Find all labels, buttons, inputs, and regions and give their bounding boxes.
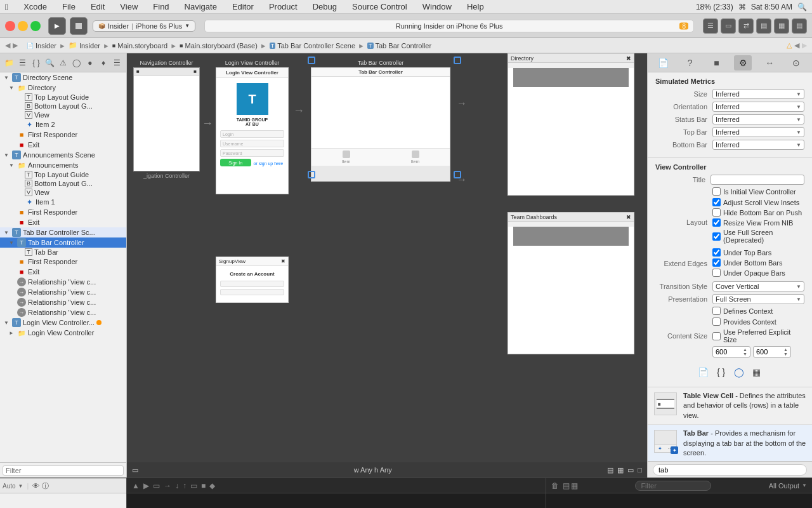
menu-edit[interactable]: Edit xyxy=(88,2,107,11)
nav-login-vc[interactable]: ► 📁 Login View Controller xyxy=(0,328,126,338)
nav-tabbar[interactable]: ► T Tab Bar xyxy=(0,248,126,257)
canvas[interactable]: Navigation Controller ■■ ⎯igation Contro… xyxy=(127,53,647,478)
breadcrumb-tbc-scene[interactable]: T Tab Bar Controller Scene xyxy=(270,42,355,50)
nav-announcements[interactable]: ▼ 📁 Announcements xyxy=(0,160,126,170)
clock-icon-btn[interactable]: ◯ xyxy=(732,365,746,379)
nav-relationship-2[interactable]: ► → Relationship "view c... xyxy=(0,287,126,297)
resize-view-checkbox[interactable] xyxy=(712,218,721,227)
menu-view[interactable]: View xyxy=(117,2,140,11)
nav-exit-2[interactable]: ► ■ Exit xyxy=(0,217,126,227)
debug-step-into-icon[interactable]: ↓ xyxy=(175,481,179,490)
version-editor[interactable]: ⇄ xyxy=(738,18,754,34)
debug-step-icon[interactable]: ▭ xyxy=(153,481,160,490)
debug-step-out-icon[interactable]: ↑ xyxy=(183,481,187,490)
canvas-grid-icon[interactable]: ▤ xyxy=(607,466,613,474)
breadcrumb-nav-forward[interactable]: ▶ xyxy=(802,41,807,50)
breadcrumb-nav-back[interactable]: ◀ xyxy=(794,41,799,50)
is-initial-checkbox[interactable] xyxy=(712,187,721,196)
view-icon-2[interactable]: ▦ xyxy=(571,481,578,490)
breadcrumb-storyboard-base[interactable]: ■ Main.storyboard (Base) xyxy=(180,42,258,50)
nav-tab-report[interactable]: ☰ xyxy=(110,56,124,70)
nav-top-layout-1[interactable]: ► T Top Layout Guide xyxy=(0,93,126,102)
file-icon-btn[interactable]: 📄 xyxy=(697,365,710,379)
nav-top-layout-2[interactable]: ► T Top Layout Guide xyxy=(0,170,126,179)
menu-xcode[interactable]: Xcode xyxy=(21,2,49,11)
orientation-select[interactable]: Inferred ▼ xyxy=(712,102,804,112)
nav-directory[interactable]: ▼ 📁 Directory xyxy=(0,83,126,93)
under-bottom-checkbox[interactable] xyxy=(712,258,721,267)
warning-badge[interactable]: 8 xyxy=(679,22,688,29)
connections-inspector-tab[interactable]: ⊙ xyxy=(787,55,805,70)
breadcrumb-storyboard[interactable]: ■ Main.storyboard xyxy=(112,42,167,50)
under-top-checkbox[interactable] xyxy=(712,248,721,257)
nav-tab-folder[interactable]: 📁 xyxy=(3,56,16,70)
canvas-fit-icon[interactable]: ▭ xyxy=(627,466,634,474)
nav-forward[interactable]: ▶ xyxy=(13,41,18,50)
provides-context-checkbox[interactable] xyxy=(712,318,721,326)
nav-view-1[interactable]: ► V View xyxy=(0,110,126,119)
assistant-editor[interactable]: ▤ xyxy=(756,18,771,34)
nav-bottom-layout-2[interactable]: ► B Bottom Layout G... xyxy=(0,179,126,188)
height-stepper[interactable]: ▲▼ xyxy=(783,347,788,356)
nav-relationship-1[interactable]: ► → Relationship "view c... xyxy=(0,277,126,287)
breadcrumb-insider[interactable]: 📄 Insider xyxy=(27,42,56,50)
nav-section-directory-scene[interactable]: ▼ T Directory Scene xyxy=(0,72,126,83)
eye-icon[interactable]: 👁 xyxy=(32,482,39,490)
navigator-toggle[interactable]: ☰ xyxy=(703,18,718,34)
menu-debug[interactable]: Debug xyxy=(310,2,339,11)
size-select[interactable]: Inferred ▼ xyxy=(712,89,804,99)
nav-item1[interactable]: ► ✦ Item 1 xyxy=(0,197,126,207)
maximize-button[interactable] xyxy=(30,21,41,31)
frame-icon[interactable]: ▭ xyxy=(132,466,138,474)
auto-arrow[interactable]: ▼ xyxy=(18,483,23,489)
nav-tab-symbol[interactable]: { } xyxy=(29,56,43,70)
hide-bottom-checkbox[interactable] xyxy=(712,208,721,217)
nav-exit-1[interactable]: ► ■ Exit xyxy=(0,140,126,150)
debug-layout-icon[interactable]: ■ xyxy=(201,481,206,490)
nav-section-announcements[interactable]: ▼ T Announcements Scene xyxy=(0,150,126,160)
nav-tbc[interactable]: ▼ T Tab Bar Controller xyxy=(0,237,126,248)
play-button[interactable]: ▶ xyxy=(48,17,66,35)
nav-back[interactable]: ◀ xyxy=(5,41,10,50)
menu-source-control[interactable]: Source Control xyxy=(350,2,410,11)
stop-button[interactable] xyxy=(70,17,88,35)
menu-window[interactable]: Window xyxy=(420,2,454,11)
inspectors-toggle[interactable]: ▤ xyxy=(792,18,807,34)
nav-relationship-3[interactable]: ► → Relationship "view c... xyxy=(0,297,126,307)
search-icon[interactable]: 🔍 xyxy=(797,3,807,11)
adjust-scroll-checkbox[interactable] xyxy=(712,198,721,206)
width-stepper[interactable]: ▲▼ xyxy=(743,347,747,356)
scheme-selector[interactable]: 📦 Insider | iPhone 6s Plus ▼ xyxy=(93,20,195,32)
breadcrumb-insider-2[interactable]: 📁 Insider xyxy=(69,41,100,50)
output-filter-input[interactable] xyxy=(635,481,711,491)
nav-tab-issue[interactable]: ⚠ xyxy=(56,56,70,70)
quick-help-tab[interactable]: ? xyxy=(681,55,699,70)
close-button[interactable] xyxy=(5,21,15,31)
debug-toggle[interactable]: ▦ xyxy=(774,18,789,34)
menu-product[interactable]: Product xyxy=(266,2,300,11)
debug-frame-icon[interactable]: ▭ xyxy=(190,481,197,490)
sign-in-btn[interactable]: Sign In xyxy=(220,159,251,166)
content-size-checkbox[interactable] xyxy=(712,332,721,340)
nav-first-responder-1[interactable]: ► ■ First Responder xyxy=(0,130,126,140)
standard-editor[interactable]: ▭ xyxy=(721,18,736,34)
presentation-select[interactable]: Full Screen ▼ xyxy=(712,294,804,304)
info-icon[interactable]: ⓘ xyxy=(42,481,49,491)
minimize-button[interactable] xyxy=(18,21,28,31)
debug-step-over-icon[interactable]: → xyxy=(164,481,171,490)
under-opaque-checkbox[interactable] xyxy=(712,269,721,277)
attributes-inspector-tab[interactable]: ⚙ xyxy=(734,55,752,70)
nav-view-2[interactable]: ► V View xyxy=(0,188,126,197)
menu-file[interactable]: File xyxy=(60,2,78,11)
status-bar-select[interactable]: Inferred ▼ xyxy=(712,114,804,124)
breadcrumb-tbc[interactable]: T Tab Bar Controller xyxy=(367,42,431,50)
trash-icon[interactable]: 🗑 xyxy=(551,481,559,490)
title-input[interactable] xyxy=(710,175,804,185)
top-bar-select[interactable]: Inferred ▼ xyxy=(712,127,804,137)
nav-tab-find[interactable]: 🔍 xyxy=(43,56,56,70)
nav-section-tbc[interactable]: ▼ T Tab Bar Controller Sc... xyxy=(0,227,126,237)
menu-help[interactable]: Help xyxy=(464,2,487,11)
menu-editor[interactable]: Editor xyxy=(230,2,256,11)
menu-find[interactable]: Find xyxy=(150,2,171,11)
warning-icon[interactable]: △ xyxy=(787,41,792,50)
